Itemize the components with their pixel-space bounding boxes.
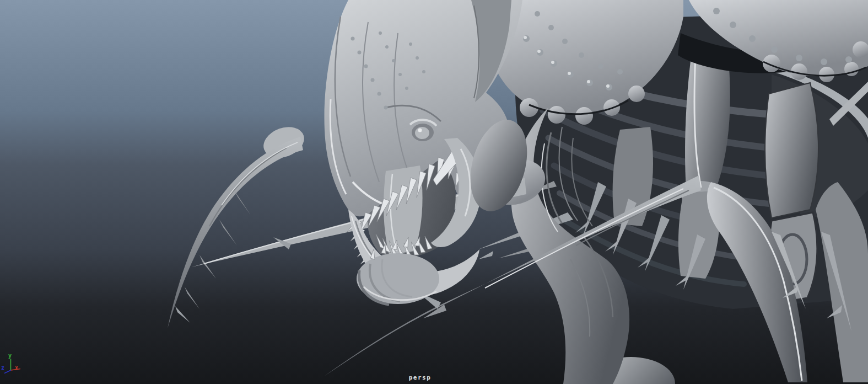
y-axis-label: y — [8, 353, 12, 359]
x-axis-label: x — [15, 365, 18, 371]
3d-viewport[interactable]: y x z persp — [0, 0, 868, 384]
z-axis-label: z — [1, 365, 4, 371]
viewport-canvas[interactable]: y x z persp — [0, 0, 868, 384]
camera-name-label: persp — [409, 374, 432, 381]
